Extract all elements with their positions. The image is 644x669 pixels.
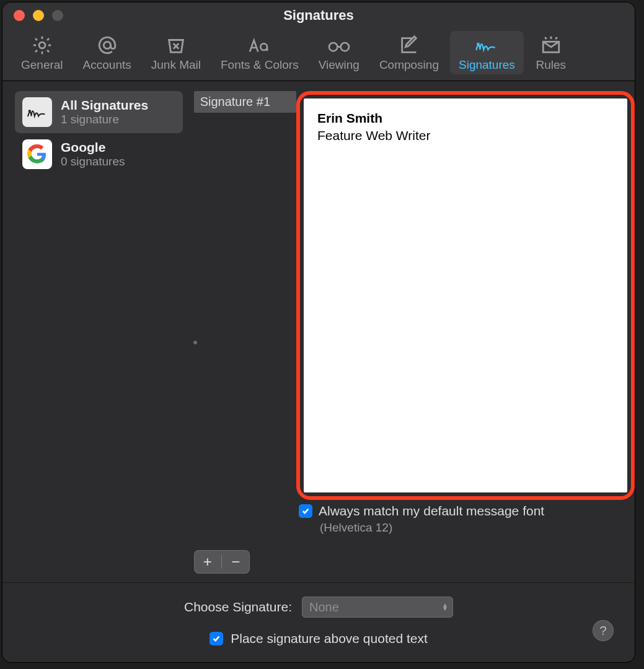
choose-signature-label: Choose Signature:	[184, 600, 292, 614]
choose-signature-value: None	[309, 600, 339, 614]
tab-label: Fonts & Colors	[221, 58, 299, 72]
junk-mail-icon	[164, 35, 188, 56]
add-signature-button[interactable]: +	[194, 550, 222, 574]
rules-icon	[539, 35, 563, 56]
signature-name: Signature #1	[200, 95, 270, 108]
tab-composing[interactable]: Composing	[371, 31, 448, 74]
tab-general[interactable]: General	[12, 31, 72, 74]
compose-icon	[397, 35, 421, 56]
sidebar-item-google[interactable]: Google 0 signatures	[15, 133, 183, 175]
signature-list: Signature #1 + −	[194, 91, 296, 574]
tab-signatures[interactable]: Signatures	[450, 31, 524, 74]
signature-icon	[474, 35, 499, 56]
footer: Choose Signature: None ▲▼ Place signatur…	[2, 582, 635, 662]
traffic-lights	[2, 10, 63, 21]
tab-accounts[interactable]: Accounts	[74, 31, 140, 74]
zoom-window-button[interactable]	[52, 10, 63, 21]
sidebar-item-all-signatures[interactable]: All Signatures 1 signature	[15, 91, 183, 133]
signature-icon	[22, 97, 52, 127]
svg-point-0	[39, 42, 45, 48]
glasses-icon	[327, 35, 351, 56]
minimize-window-button[interactable]	[33, 10, 44, 21]
svg-point-2	[329, 43, 337, 51]
signature-line-1: Erin Smith	[317, 110, 614, 127]
tab-label: General	[21, 58, 63, 72]
default-font-detail: (Helvetica 12)	[320, 521, 635, 535]
account-name: Google	[61, 140, 125, 155]
preferences-window: Signatures General Accounts Junk Mail F	[2, 2, 635, 662]
tab-viewing[interactable]: Viewing	[310, 31, 368, 74]
column-resize-handle[interactable]	[193, 341, 197, 344]
help-button[interactable]: ?	[593, 620, 614, 641]
always-match-font-checkbox[interactable]	[299, 504, 312, 518]
at-sign-icon	[95, 35, 120, 56]
tab-label: Viewing	[319, 58, 359, 72]
tab-label: Junk Mail	[151, 58, 201, 72]
highlight-annotation: Erin Smith Feature Web Writer	[296, 91, 635, 500]
place-above-label: Place signature above quoted text	[231, 631, 428, 646]
signature-editor[interactable]: Erin Smith Feature Web Writer	[304, 98, 627, 492]
signature-list-item[interactable]: Signature #1	[194, 91, 296, 113]
main-content: All Signatures 1 signature Google 0 sign…	[2, 81, 635, 662]
window-title: Signatures	[2, 7, 635, 24]
add-remove-buttons: + −	[194, 550, 250, 574]
place-above-checkbox[interactable]	[210, 632, 223, 645]
tab-label: Accounts	[83, 58, 131, 72]
choose-signature-select[interactable]: None ▲▼	[302, 597, 453, 618]
preferences-toolbar: General Accounts Junk Mail Fonts & Color…	[2, 28, 635, 81]
svg-point-3	[340, 43, 348, 51]
tab-fonts-colors[interactable]: Fonts & Colors	[212, 31, 307, 74]
svg-point-1	[104, 42, 110, 48]
always-match-font-label: Always match my default message font	[319, 504, 544, 518]
titlebar: Signatures	[2, 2, 635, 28]
always-match-font-row: Always match my default message font	[299, 504, 635, 518]
google-icon	[22, 139, 52, 169]
tab-junk-mail[interactable]: Junk Mail	[143, 31, 210, 74]
remove-signature-button[interactable]: −	[222, 550, 250, 574]
editor-column: Erin Smith Feature Web Writer Always mat…	[296, 91, 635, 574]
gear-icon	[30, 35, 55, 56]
signature-line-2: Feature Web Writer	[317, 127, 614, 144]
tab-label: Rules	[536, 58, 567, 72]
close-window-button[interactable]	[14, 10, 25, 21]
accounts-sidebar: All Signatures 1 signature Google 0 sign…	[15, 91, 183, 574]
chevron-updown-icon: ▲▼	[442, 603, 448, 611]
account-name: All Signatures	[61, 98, 148, 113]
account-subtitle: 1 signature	[61, 113, 148, 126]
account-subtitle: 0 signatures	[61, 155, 125, 168]
tab-rules[interactable]: Rules	[526, 31, 576, 74]
fonts-icon	[247, 35, 272, 56]
tab-label: Composing	[379, 58, 439, 72]
tab-label: Signatures	[459, 58, 515, 72]
